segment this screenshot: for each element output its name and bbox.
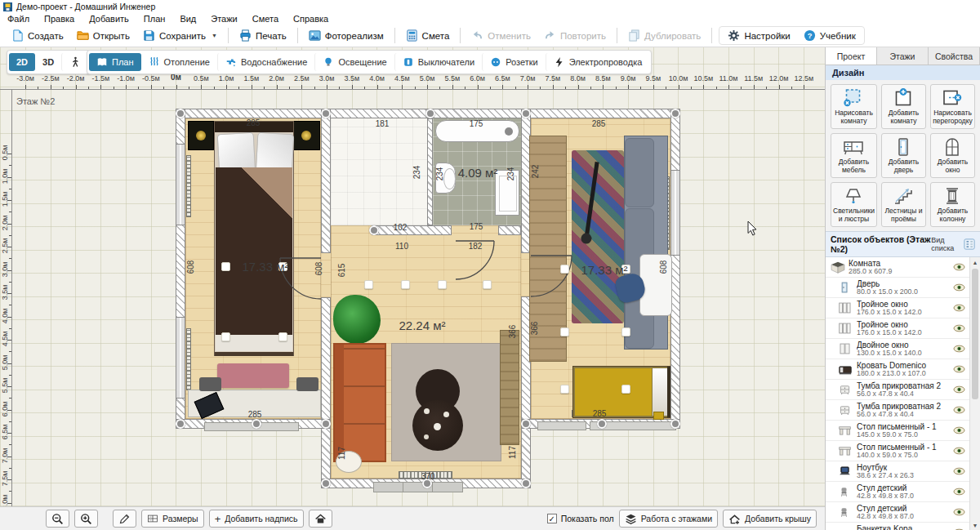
wall-handle[interactable]	[252, 419, 261, 429]
floors-button[interactable]: Работа с этажами	[619, 510, 718, 528]
console-shelf[interactable]	[500, 330, 519, 445]
tab-свойства[interactable]: Свойства	[929, 47, 980, 65]
object-row[interactable]: Банкетка Kopa130.3 x 40.1 x 45.0	[826, 523, 980, 530]
tab-проект[interactable]: Проект	[826, 47, 877, 65]
tree-view-icon[interactable]	[964, 238, 975, 250]
view-3d-button[interactable]: 3D	[35, 53, 61, 71]
object-row[interactable]: Стол письменный - 1145.0 x 59.0 x 75.0	[826, 421, 980, 441]
object-row[interactable]: Стул детский42.8 x 49.8 x 87.0	[826, 502, 980, 523]
visibility-eye-icon[interactable]	[953, 467, 968, 475]
sill-left[interactable]	[537, 421, 586, 430]
desk-chair-2[interactable]	[296, 377, 318, 391]
play-rug[interactable]	[572, 150, 624, 323]
draw-partition-button[interactable]: Нарисовать перегородку	[930, 84, 975, 129]
bedroom-rug[interactable]	[217, 363, 289, 388]
wall-bedroom-upper[interactable]	[321, 109, 331, 253]
wall-handle[interactable]	[521, 419, 531, 429]
ceiling-light-marker[interactable]	[364, 280, 373, 289]
visibility-eye-icon[interactable]	[953, 345, 968, 353]
ceiling-light-marker[interactable]	[221, 332, 230, 341]
layer-plan-button[interactable]: План	[89, 53, 141, 71]
object-row[interactable]: Стул детский42.8 x 49.8 x 87.0	[826, 482, 980, 502]
plan-canvas[interactable]: -3.0м-2.5м-2.0м-1.5м-1.0м-0.5м0м0.5м1.0м…	[0, 47, 825, 506]
door-button[interactable]: Добавить дверь	[881, 133, 926, 178]
toolbar-save-button[interactable]: Сохранить▼	[136, 27, 224, 44]
visibility-eye-icon[interactable]	[953, 488, 968, 496]
stairs-button[interactable]: Лестницы и проёмы	[881, 182, 926, 227]
bench-below[interactable]	[373, 482, 463, 492]
coffee-table[interactable]	[412, 400, 463, 451]
plant[interactable]	[333, 295, 381, 344]
home-button[interactable]	[309, 510, 332, 528]
wall-handle[interactable]	[425, 109, 435, 118]
window-button[interactable]: Добавить окно	[930, 133, 975, 178]
lamp-button[interactable]: Светильники и люстры	[831, 182, 877, 227]
tab-этажи[interactable]: Этажи	[877, 47, 929, 65]
nightstand-left[interactable]	[188, 121, 214, 150]
ceiling-light-marker[interactable]	[560, 327, 569, 336]
ceiling-light-marker[interactable]	[621, 327, 630, 336]
dimensions-button[interactable]: Размеры	[141, 510, 204, 528]
wall-bath-bottom[interactable]	[498, 225, 521, 235]
menu-item-8[interactable]: Справка	[286, 14, 336, 24]
scroll-up-icon[interactable]: ▲	[970, 257, 980, 267]
save-dropdown-icon[interactable]: ▼	[212, 33, 217, 38]
visibility-eye-icon[interactable]	[953, 283, 968, 292]
layer-switches-button[interactable]: Выключатели	[394, 53, 482, 71]
ceiling-light-marker[interactable]	[221, 262, 230, 271]
wall-handle[interactable]	[369, 225, 379, 235]
menu-item-2[interactable]: Правка	[37, 14, 82, 24]
view-2d-button[interactable]: 2D	[9, 53, 35, 71]
bed-domenico[interactable]	[214, 121, 294, 356]
menu-item-5[interactable]: Вид	[172, 14, 203, 24]
measure-button[interactable]	[113, 510, 136, 528]
visibility-eye-icon[interactable]	[953, 304, 968, 312]
window-double[interactable]	[670, 170, 680, 256]
menu-item-1[interactable]: Файл	[0, 14, 37, 24]
zoom-out-button[interactable]	[46, 510, 69, 528]
menu-item-3[interactable]: Добавить	[82, 14, 136, 24]
object-row[interactable]: Стол письменный - 1140.0 x 59.0 x 75.0	[826, 441, 980, 461]
ceiling-light-marker[interactable]	[621, 385, 630, 394]
add-text-button[interactable]: + Добавить надпись	[209, 510, 304, 528]
walk-mode-button[interactable]	[61, 53, 88, 71]
add-room-button[interactable]: Добавить комнату	[881, 84, 926, 129]
visibility-eye-icon[interactable]	[953, 447, 968, 455]
wall-handle[interactable]	[176, 109, 185, 118]
layer-sockets-button[interactable]: Розетки	[482, 53, 546, 71]
wall-handle[interactable]	[597, 419, 607, 429]
wall-handle[interactable]	[321, 109, 331, 118]
desk-chair-1[interactable]	[199, 377, 221, 391]
visibility-eye-icon[interactable]	[953, 385, 968, 394]
object-row[interactable]: Комната285.0 x 607.9	[826, 257, 980, 278]
layer-lighting-button[interactable]: Освещение	[314, 53, 394, 71]
window-triple-2[interactable]	[176, 317, 185, 399]
menu-item-7[interactable]: Смета	[245, 14, 286, 24]
toolbar-photo-button[interactable]: Фотореализм	[302, 27, 390, 44]
wall-handle[interactable]	[521, 109, 531, 118]
add-roof-button[interactable]: Добавить крышу	[723, 510, 817, 528]
visibility-eye-icon[interactable]	[953, 406, 968, 414]
column-button[interactable]: Добавить колонну	[930, 182, 975, 227]
ceiling-light-marker[interactable]	[278, 332, 287, 341]
object-row[interactable]: Тройное окно176.0 x 15.0 x 142.0	[826, 318, 980, 339]
toolbar-printer-button[interactable]: Печать	[233, 27, 293, 44]
visibility-eye-icon[interactable]	[953, 324, 968, 332]
visibility-eye-icon[interactable]	[953, 365, 968, 373]
object-row[interactable]: Кровать Domenico180.0 x 213.0 x 107.0	[826, 359, 980, 380]
ceiling-light-marker[interactable]	[401, 280, 410, 289]
sofa-orange[interactable]	[333, 343, 386, 462]
wall-hall-bottom[interactable]	[372, 225, 452, 235]
wall-bath-partition[interactable]	[427, 118, 433, 225]
menu-item-4[interactable]: План	[136, 14, 173, 24]
furniture-button[interactable]: Добавить мебель	[831, 133, 877, 178]
zoom-in-button[interactable]	[74, 510, 98, 528]
wall-handle[interactable]	[521, 479, 531, 488]
show-floor-toggle[interactable]: ✓ Показать пол	[547, 514, 614, 523]
sofa-gray[interactable]	[624, 136, 668, 350]
ceiling-light-marker[interactable]	[560, 385, 569, 394]
scroll-thumb[interactable]	[972, 269, 978, 399]
object-row[interactable]: Ноутбук38.6 x 27.4 x 26.3	[826, 461, 980, 482]
wall-handle[interactable]	[321, 479, 331, 488]
show-floor-checkbox[interactable]: ✓	[547, 514, 557, 523]
